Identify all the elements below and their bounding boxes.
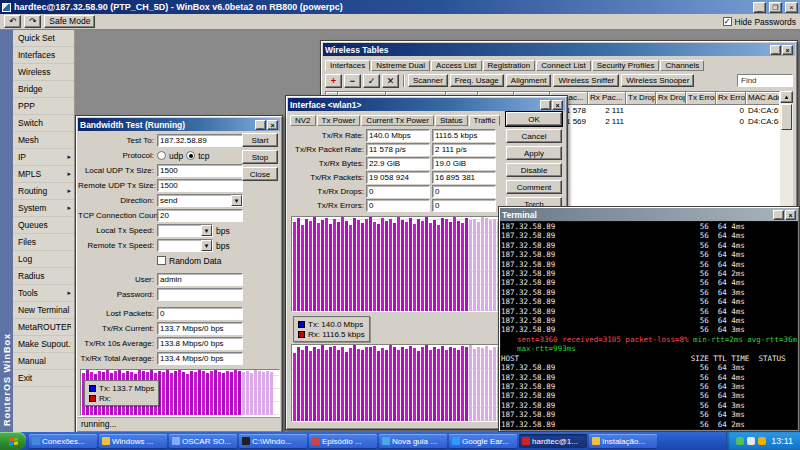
tray-icon[interactable] xyxy=(758,437,766,445)
dropdown-arrow-icon[interactable]: ▼ xyxy=(201,225,212,236)
direction-select[interactable]: send ▼ xyxy=(157,194,243,207)
scrollbar-thumb[interactable] xyxy=(781,104,792,130)
sidebar-item-ppp[interactable]: PPP xyxy=(13,98,74,115)
disable-icon[interactable]: ✕ xyxy=(382,74,399,88)
dropdown-arrow-icon[interactable]: ▼ xyxy=(201,240,212,251)
taskbar-task-instala-o[interactable]: Instalação... xyxy=(589,434,657,448)
tx-value-field[interactable]: 22.9 GiB xyxy=(366,157,430,170)
taskbar-task-c-windo[interactable]: C:\Windo... xyxy=(239,434,307,448)
tcp-connection-count-input[interactable]: 20 xyxy=(157,209,243,222)
local-udp-size-input[interactable]: 1500 xyxy=(157,164,243,177)
tx-value-field[interactable]: 140.0 Mbps xyxy=(366,129,430,142)
rx-value-field[interactable]: 16 895 381 xyxy=(432,171,496,184)
sidebar-item-make-supout-rif[interactable]: Make Supout.rif xyxy=(13,336,74,353)
taskbar-task-windows[interactable]: Windows ... xyxy=(99,434,167,448)
app-titlebar[interactable]: hardtec@187.32.58.90 (PTP_CH_5D) - WinBo… xyxy=(0,0,800,14)
local-tx-speed-select[interactable]: ▼ xyxy=(157,224,213,237)
wireless-wireless-snooper-button[interactable]: Wireless Snooper xyxy=(621,74,694,87)
enable-icon[interactable]: ✓ xyxy=(363,74,380,88)
sidebar-item-mpls[interactable]: MPLS▸ xyxy=(13,166,74,183)
tab-nstreme-dual[interactable]: Nstreme Dual xyxy=(371,60,430,71)
sidebar-item-exit[interactable]: Exit xyxy=(13,370,74,387)
wireless-titlebar[interactable]: Wireless Tables _ × xyxy=(323,43,795,56)
dropdown-arrow-icon[interactable]: ▼ xyxy=(231,195,242,206)
close-button[interactable]: Close xyxy=(242,167,278,181)
sidebar-item-mesh[interactable]: Mesh xyxy=(13,132,74,149)
start-button[interactable]: Start xyxy=(242,133,278,147)
minimize-button[interactable]: _ xyxy=(770,45,781,55)
taskbar-task-nova-guia[interactable]: Nova guia ... xyxy=(379,434,447,448)
wireless-alignment-button[interactable]: Alignment xyxy=(506,74,552,87)
protocol-udp-radio[interactable] xyxy=(157,151,166,160)
taskbar-task-conex-es[interactable]: Conexões... xyxy=(29,434,97,448)
scroll-up-icon[interactable]: ▲ xyxy=(780,91,793,103)
tab-registration[interactable]: Registration xyxy=(483,60,536,71)
password-input[interactable] xyxy=(157,288,243,301)
sidebar-item-tools[interactable]: Tools▸ xyxy=(13,285,74,302)
sidebar-item-routing[interactable]: Routing▸ xyxy=(13,183,74,200)
taskbar-task-google-ear[interactable]: Google Ear... xyxy=(449,434,517,448)
close-button[interactable]: × xyxy=(785,210,796,220)
tab-status[interactable]: Status xyxy=(435,115,468,126)
sidebar-item-new-terminal[interactable]: New Terminal xyxy=(13,302,74,319)
comment-button[interactable]: Comment xyxy=(506,180,562,194)
wireless-wireless-sniffer-button[interactable]: Wireless Sniffer xyxy=(553,74,619,87)
cancel-button[interactable]: Cancel xyxy=(506,129,562,143)
rx-value-field[interactable]: 0 xyxy=(432,185,496,198)
tab-tx-power[interactable]: Tx Power xyxy=(317,115,361,126)
ok-button[interactable]: OK xyxy=(506,112,562,126)
minimize-button[interactable]: _ xyxy=(255,120,266,130)
user-input[interactable]: admin xyxy=(157,273,243,286)
apply-button[interactable]: Apply xyxy=(506,146,562,160)
terminal-titlebar[interactable]: Terminal _ × xyxy=(500,208,798,221)
stop-button[interactable]: Stop xyxy=(242,150,278,164)
tab-access-list[interactable]: Access List xyxy=(431,60,481,71)
nav-back-button[interactable]: ↶ xyxy=(4,15,21,28)
sidebar-item-interfaces[interactable]: Interfaces xyxy=(13,47,74,64)
remote-tx-speed-select[interactable]: ▼ xyxy=(157,239,213,252)
close-button[interactable]: × xyxy=(782,45,793,55)
sidebar-item-system[interactable]: System▸ xyxy=(13,200,74,217)
start-button[interactable] xyxy=(0,432,26,450)
test-to-input[interactable]: 187.32.58.89 xyxy=(157,134,243,147)
rx-value-field[interactable]: 2 111 p/s xyxy=(432,143,496,156)
close-button[interactable]: × xyxy=(267,120,278,130)
disable-button[interactable]: Disable xyxy=(506,163,562,177)
taskbar-task-oscar-so[interactable]: OSCAR SO... xyxy=(169,434,237,448)
hide-passwords-checkbox[interactable] xyxy=(723,17,732,26)
tab-current-tx-power[interactable]: Current Tx Power xyxy=(361,115,434,126)
tab-traffic[interactable]: Traffic xyxy=(469,115,501,126)
close-button[interactable]: × xyxy=(552,100,563,110)
minimize-button[interactable]: _ xyxy=(540,100,551,110)
close-button[interactable]: × xyxy=(785,2,798,13)
sidebar-item-queues[interactable]: Queues xyxy=(13,217,74,234)
taskbar-task-hardtec-1[interactable]: hardtec@1... xyxy=(519,434,587,448)
sidebar-item-quick-set[interactable]: Quick Set xyxy=(13,30,74,47)
tab-connect-list[interactable]: Connect List xyxy=(536,60,590,71)
remove-icon[interactable]: − xyxy=(344,74,361,88)
tx-value-field[interactable]: 0 xyxy=(366,185,430,198)
remote-udp-size-input[interactable]: 1500 xyxy=(157,179,243,192)
tab-nv2[interactable]: NV2 xyxy=(290,115,316,126)
tx-value-field[interactable]: 19 058 924 xyxy=(366,171,430,184)
tab-interfaces[interactable]: Interfaces xyxy=(325,60,370,71)
rx-value-field[interactable]: 0 xyxy=(432,199,496,212)
wireless-scanner-button[interactable]: Scanner xyxy=(408,74,448,87)
interface-titlebar[interactable]: Interface <wlan1> _ × xyxy=(288,98,565,111)
safe-mode-button[interactable]: Safe Mode xyxy=(44,15,95,28)
minimize-button[interactable]: _ xyxy=(773,210,784,220)
protocol-tcp-radio[interactable] xyxy=(186,151,195,160)
sidebar-item-radius[interactable]: Radius xyxy=(13,268,74,285)
bandwidth-test-titlebar[interactable]: Bandwidth Test (Running) _ × xyxy=(78,118,280,131)
wireless-freq-usage-button[interactable]: Freq. Usage xyxy=(450,74,504,87)
sidebar-item-log[interactable]: Log xyxy=(13,251,74,268)
sidebar-item-manual[interactable]: Manual xyxy=(13,353,74,370)
rx-value-field[interactable]: 19.0 GiB xyxy=(432,157,496,170)
tx-value-field[interactable]: 0 xyxy=(366,199,430,212)
nav-forward-button[interactable]: ↷ xyxy=(24,15,41,28)
tray-icon[interactable] xyxy=(736,437,744,445)
sidebar-item-bridge[interactable]: Bridge xyxy=(13,81,74,98)
taskbar-task-epis-dio[interactable]: Episódio ... xyxy=(309,434,377,448)
sidebar-item-files[interactable]: Files xyxy=(13,234,74,251)
rx-value-field[interactable]: 1116.5 kbps xyxy=(432,129,496,142)
